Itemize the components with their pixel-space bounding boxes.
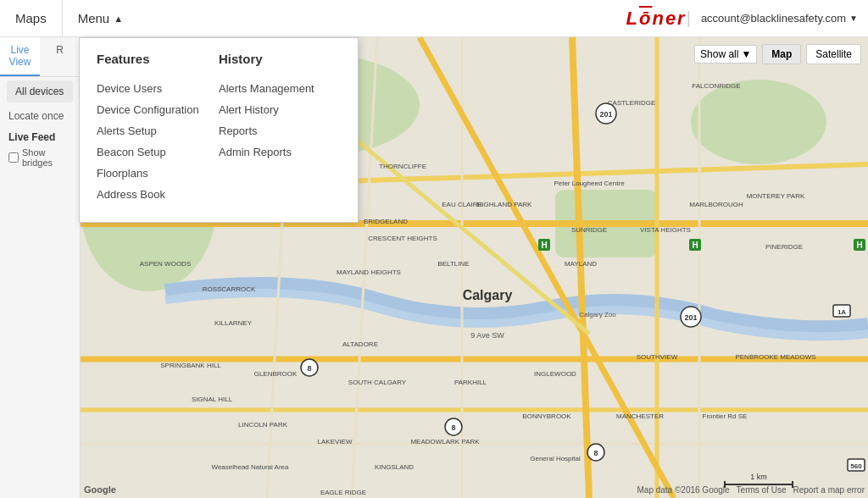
svg-text:CASTLERIDGE: CASTLERIDGE — [608, 99, 655, 107]
history-column: History Alerts Management Alert History … — [219, 52, 341, 205]
all-devices-item[interactable]: All devices — [7, 80, 73, 102]
svg-point-3 — [691, 80, 826, 164]
menu-label: Menu — [78, 11, 110, 25]
svg-text:8: 8 — [451, 423, 455, 432]
report-link[interactable]: Report a map error — [793, 485, 865, 495]
svg-text:Frontier Rd SE: Frontier Rd SE — [703, 412, 748, 420]
svg-text:MAYLAND HEIGHTS: MAYLAND HEIGHTS — [337, 268, 401, 276]
svg-text:PENBROOKE MEADOWS: PENBROOKE MEADOWS — [735, 353, 815, 361]
tab-live-view[interactable]: Live View — [0, 37, 40, 76]
show-bridges-checkbox[interactable] — [8, 152, 19, 163]
tab-r[interactable]: R — [40, 37, 80, 76]
menu-beacon-setup[interactable]: Beacon Setup — [97, 141, 219, 163]
svg-text:MONTEREY PARK: MONTEREY PARK — [747, 192, 805, 200]
svg-text:ALTADORE: ALTADORE — [342, 340, 378, 348]
svg-text:KINGSLAND: KINGSLAND — [375, 463, 414, 471]
svg-text:EAGLE RIDGE: EAGLE RIDGE — [320, 489, 366, 496]
top-nav: Maps Menu ▲ Lōner | account@blacklinesaf… — [0, 0, 868, 37]
svg-text:Calgary: Calgary — [463, 288, 513, 302]
svg-text:BRIDGELAND: BRIDGELAND — [364, 218, 408, 225]
svg-text:THORNCLIFFE: THORNCLIFFE — [379, 163, 426, 170]
menu-address-book[interactable]: Address Book — [97, 184, 219, 205]
svg-text:9 Ave SW: 9 Ave SW — [470, 331, 504, 340]
svg-text:SOUTH CALGARY: SOUTH CALGARY — [348, 379, 407, 386]
menu-alerts-setup[interactable]: Alerts Setup — [97, 120, 219, 141]
svg-text:H: H — [541, 241, 547, 250]
show-all-select[interactable]: Show all ▼ — [694, 45, 757, 64]
svg-text:SIGNAL HILL: SIGNAL HILL — [192, 396, 233, 403]
map-data-label: Map data ©2016 Google — [637, 485, 729, 495]
locate-once-item[interactable]: Locate once — [0, 106, 80, 126]
svg-text:MEADOWLARK PARK: MEADOWLARK PARK — [410, 438, 480, 445]
svg-text:PARKHILL: PARKHILL — [454, 379, 487, 386]
svg-text:MANCHESTER: MANCHESTER — [616, 412, 664, 420]
menu-alert-history[interactable]: Alert History — [219, 99, 341, 120]
svg-text:INGLEWOOD: INGLEWOOD — [534, 370, 576, 378]
map-controls: Show all ▼ Map Satellite — [694, 44, 861, 64]
nav-divider: | — [687, 8, 691, 28]
svg-text:8: 8 — [307, 364, 311, 373]
menu-device-users[interactable]: Device Users — [97, 78, 219, 99]
svg-text:BONNYBROOK: BONNYBROOK — [522, 412, 571, 420]
menu-floorplans[interactable]: Floorplans — [97, 163, 219, 184]
svg-text:SPRINGBANK HILL: SPRINGBANK HILL — [160, 362, 221, 369]
map-type-map-button[interactable]: Map — [762, 44, 801, 64]
account-email: account@blacklinesafety.com — [701, 12, 846, 25]
svg-text:Peter Lougheed Centre: Peter Lougheed Centre — [554, 180, 625, 187]
svg-text:SUNRIDGE: SUNRIDGE — [571, 226, 607, 234]
svg-text:BELTLINE: BELTLINE — [437, 260, 469, 268]
menu-alerts-management[interactable]: Alerts Management — [219, 78, 341, 99]
maps-nav[interactable]: Maps — [0, 0, 63, 36]
map-type-satellite-button[interactable]: Satellite — [806, 44, 861, 64]
svg-text:ASPEN WOODS: ASPEN WOODS — [140, 260, 191, 268]
menu-admin-reports[interactable]: Admin Reports — [219, 141, 341, 163]
live-feed-label: Live Feed — [0, 126, 80, 146]
sidebar: Live View R All devices Locate once Live… — [0, 37, 81, 498]
svg-text:VISTA HEIGHTS: VISTA HEIGHTS — [640, 226, 691, 234]
menu-device-configuration[interactable]: Device Configuration — [97, 99, 219, 120]
features-header: Features — [97, 52, 219, 66]
svg-text:EAU CLAIRE: EAU CLAIRE — [442, 201, 482, 208]
account-menu[interactable]: account@blacklinesafety.com ▼ — [701, 12, 858, 25]
svg-text:LAKEVIEW: LAKEVIEW — [318, 438, 353, 445]
svg-text:H: H — [692, 241, 698, 250]
svg-text:8: 8 — [593, 449, 598, 457]
dropdown-menu: Features Device Users Device Configurati… — [79, 37, 359, 223]
map-footer: Map data ©2016 Google Terms of Use Repor… — [637, 485, 865, 495]
sidebar-tabs: Live View R — [0, 37, 80, 77]
svg-text:201: 201 — [684, 313, 697, 322]
show-bridges-label: Show bridges — [22, 147, 71, 168]
svg-text:ROSSCARROCK: ROSSCARROCK — [203, 285, 256, 293]
svg-text:Weaselhead Natural Area: Weaselhead Natural Area — [211, 463, 289, 471]
svg-text:Calgary Zoo: Calgary Zoo — [579, 311, 616, 318]
svg-text:1A: 1A — [837, 308, 846, 316]
show-all-arrow-icon: ▼ — [741, 48, 751, 60]
svg-text:SOUTHVIEW: SOUTHVIEW — [637, 353, 678, 361]
account-caret-icon: ▼ — [849, 14, 858, 23]
features-column: Features Device Users Device Configurati… — [97, 52, 219, 205]
dropdown-columns: Features Device Users Device Configurati… — [80, 52, 358, 205]
svg-text:CRESCENT HEIGHTS: CRESCENT HEIGHTS — [368, 235, 437, 242]
svg-text:560: 560 — [850, 462, 862, 470]
svg-text:KILLARNEY: KILLARNEY — [214, 319, 253, 327]
svg-text:201: 201 — [599, 110, 612, 119]
show-all-label: Show all — [700, 48, 738, 60]
svg-text:1 km: 1 km — [750, 473, 767, 481]
history-header: History — [219, 52, 341, 66]
svg-text:General Hospital: General Hospital — [530, 455, 581, 462]
svg-text:MARLBOROUGH: MARLBOROUGH — [689, 201, 743, 208]
menu-nav[interactable]: Menu ▲ — [63, 0, 138, 36]
menu-arrow-icon: ▲ — [114, 14, 123, 24]
terms-link[interactable]: Terms of Use — [737, 485, 787, 495]
google-watermark: Google — [84, 484, 116, 495]
menu-reports[interactable]: Reports — [219, 120, 341, 141]
svg-text:FALCONRIDGE: FALCONRIDGE — [692, 82, 740, 90]
show-bridges-option[interactable]: Show bridges — [0, 146, 80, 169]
svg-text:H: H — [856, 241, 862, 250]
loner-logo: Lōner — [626, 8, 687, 30]
svg-text:LINCOLN PARK: LINCOLN PARK — [238, 421, 288, 429]
svg-text:HIGHLAND PARK: HIGHLAND PARK — [477, 201, 532, 208]
svg-text:MAYLAND: MAYLAND — [565, 260, 597, 268]
svg-text:GLENBROOK: GLENBROOK — [254, 370, 298, 378]
svg-text:PINERIDGE: PINERIDGE — [765, 243, 803, 251]
